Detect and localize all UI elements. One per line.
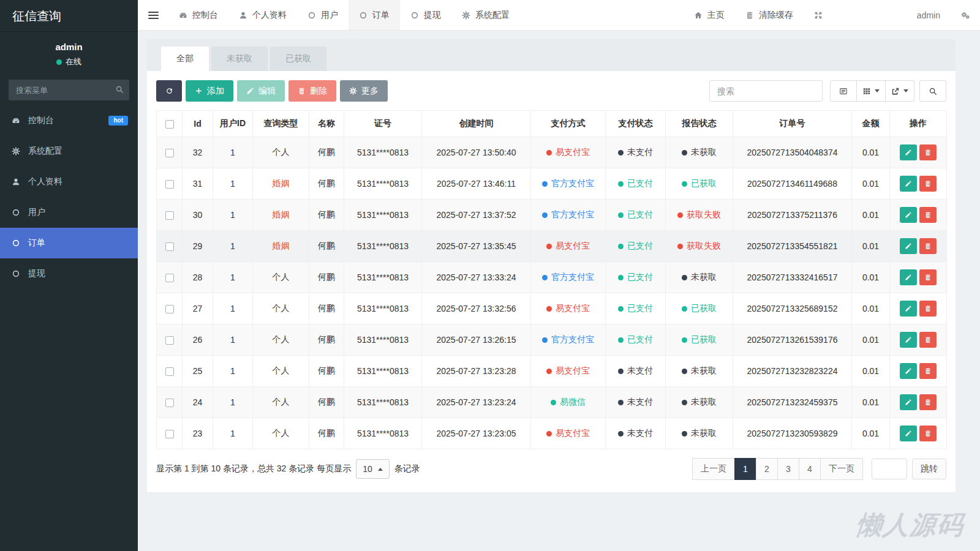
tab-全部[interactable]: 全部 <box>161 47 209 71</box>
columns-button[interactable] <box>857 80 886 102</box>
page-button-3[interactable]: 3 <box>777 458 799 480</box>
edit-button[interactable]: 编辑 <box>237 80 285 102</box>
cell-id: 23 <box>183 418 213 449</box>
clear-cache-button[interactable]: 清除缓存 <box>735 0 804 30</box>
toolbar: 添加 编辑 删除 更多 <box>156 80 946 102</box>
row-checkbox[interactable] <box>165 180 174 189</box>
add-button[interactable]: 添加 <box>186 80 233 102</box>
export-button[interactable] <box>886 80 914 102</box>
menu-toggle-button[interactable] <box>138 0 168 30</box>
status-dot-icon <box>682 337 687 343</box>
cell-pay-method: 易支付宝 <box>531 293 606 324</box>
row-delete-button[interactable] <box>919 363 937 379</box>
sidebar-item-系统配置[interactable]: 系统配置 <box>0 136 138 167</box>
fullscreen-button[interactable] <box>804 0 833 30</box>
row-delete-button[interactable] <box>919 207 937 223</box>
cell-cert-no: 5131****0813 <box>344 324 422 356</box>
cell-amount: 0.01 <box>852 200 890 231</box>
sidebar-item-控制台[interactable]: 控制台hot <box>0 105 138 136</box>
cell-pay-method: 官方支付宝 <box>531 200 606 231</box>
row-edit-button[interactable] <box>900 301 917 317</box>
tab-已获取[interactable]: 已获取 <box>270 47 326 71</box>
topnav-tab-系统配置[interactable]: 系统配置 <box>451 0 520 30</box>
row-delete-button[interactable] <box>919 332 937 348</box>
row-edit-button[interactable] <box>900 425 917 441</box>
row-checkbox[interactable] <box>165 399 174 407</box>
page-button-2[interactable]: 2 <box>756 458 778 480</box>
row-checkbox-cell <box>157 356 183 387</box>
row-checkbox-cell <box>157 293 183 324</box>
row-checkbox[interactable] <box>165 430 174 438</box>
sidebar-item-提现[interactable]: 提现 <box>0 258 138 289</box>
row-delete-button[interactable] <box>919 238 937 254</box>
tab-未获取[interactable]: 未获取 <box>211 47 268 71</box>
row-delete-button[interactable] <box>919 176 937 192</box>
cell-pay-status: 未支付 <box>606 356 666 387</box>
row-delete-button[interactable] <box>919 301 937 317</box>
cell-report-status-label: 获取失败 <box>687 209 721 219</box>
next-page-button[interactable]: 下一页 <box>820 458 863 480</box>
cell-cert-no: 5131****0813 <box>344 200 422 231</box>
row-checkbox[interactable] <box>165 274 174 282</box>
row-edit-button[interactable] <box>900 269 917 285</box>
jump-page-input[interactable] <box>872 459 907 479</box>
row-checkbox[interactable] <box>165 211 174 220</box>
sidebar-item-个人资料[interactable]: 个人资料 <box>0 167 138 197</box>
row-checkbox[interactable] <box>165 305 174 313</box>
row-edit-button[interactable] <box>900 144 917 160</box>
row-checkbox[interactable] <box>165 336 174 345</box>
table-row-30: 301婚姻何鹏5131****08132025-07-27 13:37:52官方… <box>157 200 947 231</box>
cell-order-no: 2025072713261539176 <box>733 324 852 356</box>
row-checkbox[interactable] <box>165 367 174 376</box>
topbar-user-menu[interactable]: admin <box>907 0 951 30</box>
cell-created-time: 2025-07-27 13:26:15 <box>422 324 531 356</box>
cell-cert-no: 5131****0813 <box>344 137 422 168</box>
home-button[interactable]: 主页 <box>684 0 735 30</box>
row-checkbox[interactable] <box>165 242 174 251</box>
home-icon <box>694 11 703 20</box>
detail-view-button[interactable] <box>830 80 857 102</box>
refresh-button[interactable] <box>156 80 182 102</box>
row-delete-button[interactable] <box>919 144 937 160</box>
online-label: 在线 <box>66 57 81 66</box>
row-checkbox[interactable] <box>165 149 174 157</box>
row-edit-button[interactable] <box>900 394 917 410</box>
sidebar-search-input[interactable] <box>9 80 129 100</box>
sidebar-item-订单[interactable]: 订单 <box>0 228 138 258</box>
column-header-操作: 操作 <box>890 111 947 137</box>
select-all-checkbox[interactable] <box>165 120 174 129</box>
cell-pay-status: 未支付 <box>606 418 666 449</box>
delete-button[interactable]: 删除 <box>288 80 336 102</box>
topnav-tab-提现[interactable]: 提现 <box>400 0 451 30</box>
tachometer-icon <box>11 116 21 125</box>
row-checkbox-cell <box>157 200 183 231</box>
row-delete-button[interactable] <box>919 425 937 441</box>
topnav-tab-订单[interactable]: 订单 <box>349 0 400 30</box>
page-button-4[interactable]: 4 <box>799 458 821 480</box>
prev-page-button[interactable]: 上一页 <box>692 458 735 480</box>
row-edit-button[interactable] <box>900 332 917 348</box>
cell-cert-no: 5131****0813 <box>344 168 422 200</box>
row-edit-button[interactable] <box>900 207 917 223</box>
row-edit-button[interactable] <box>900 363 917 379</box>
row-delete-button[interactable] <box>919 394 937 410</box>
page-size-select[interactable]: 10 <box>356 459 390 479</box>
topnav-tab-控制台[interactable]: 控制台 <box>168 0 228 30</box>
cell-report-status: 未获取 <box>666 387 733 418</box>
jump-button[interactable]: 跳转 <box>912 459 946 479</box>
table-search-input[interactable] <box>709 80 823 102</box>
cell-pay-method-label: 官方支付宝 <box>551 178 594 188</box>
settings-button[interactable] <box>951 0 980 30</box>
cell-pay-method: 官方支付宝 <box>531 168 606 200</box>
topnav-tab-个人资料[interactable]: 个人资料 <box>228 0 297 30</box>
topnav-tab-用户[interactable]: 用户 <box>297 0 349 30</box>
cell-order-no: 2025072713375211376 <box>733 200 852 231</box>
row-delete-button[interactable] <box>919 269 937 285</box>
search-toggle-button[interactable] <box>919 80 946 102</box>
sidebar-item-用户[interactable]: 用户 <box>0 197 138 228</box>
more-button[interactable]: 更多 <box>340 80 388 102</box>
row-edit-button[interactable] <box>900 238 917 254</box>
row-edit-button[interactable] <box>900 176 917 192</box>
page-button-1[interactable]: 1 <box>734 458 756 480</box>
export-icon <box>891 87 900 96</box>
